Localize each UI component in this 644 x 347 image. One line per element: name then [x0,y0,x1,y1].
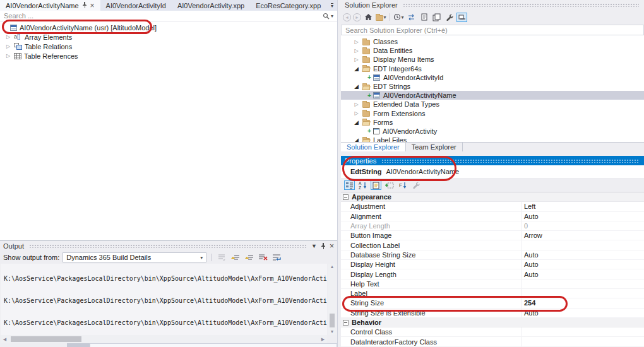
expander-icon[interactable]: ▷ [354,110,359,116]
bottom-tab-partial[interactable] [90,343,337,347]
output-source-dropdown[interactable]: Dynamics 365 Build Details ▾ [63,252,206,262]
tab-overflow-icon[interactable]: ▾ [331,3,333,8]
expander-icon[interactable]: ◢ [354,83,359,90]
output-vertical-scrollbar[interactable]: ▲ ▼ [328,264,337,335]
categorized-view-button[interactable] [344,180,355,190]
expander-icon[interactable]: ▷ [5,34,11,40]
scroll-right-arrow[interactable]: ▶ [319,337,327,342]
tab-solution-explorer[interactable]: Solution Explorer [341,143,406,151]
property-row-adjustment[interactable]: Adjustment Left [341,202,644,211]
bottom-tab-partial[interactable] [67,343,90,347]
scrollbar-thumb[interactable] [330,314,335,327]
window-position-caret-icon[interactable]: ▼ [311,243,317,249]
tree-item-table-relations[interactable]: ▷ Table Relations [0,42,337,51]
output-console[interactable]: K:\AosService\PackagesLocalDirectory\bin… [1,264,327,335]
tree-item-forms[interactable]: ◢ Forms [341,118,644,127]
property-row-help-text[interactable]: Help Text [341,279,644,289]
tab-ecorescategory-xpp[interactable]: EcoResCategory.xpp [250,0,326,11]
back-button[interactable]: ◄ [343,13,351,21]
tree-item-edt-integer64s[interactable]: ◢ EDT Integer64s [341,64,644,73]
property-row-string-size-is-extensible[interactable]: String Size Is Extensible Auto [341,309,644,318]
output-horizontal-scrollbar[interactable]: ◀ ▶ [1,335,327,343]
expander-icon[interactable]: ◢ [354,119,359,126]
go-to-previous-message-button[interactable] [230,253,241,262]
scrollbar-thumb[interactable] [11,336,81,342]
clear-all-button[interactable] [258,253,268,262]
tree-item-table-references[interactable]: ▷ Table References [0,51,337,61]
tree-root-edt[interactable]: AI0VendorActivityName (usr) [AltitudoMod… [0,23,337,32]
tree-item-array-elements[interactable]: ▷ a[] Array Elements [0,32,337,42]
array-elements-icon: a[] [14,33,22,40]
search-options-caret[interactable]: ▾ [331,13,333,19]
toggle-word-wrap-button[interactable] [271,253,282,262]
collapse-section-icon[interactable] [343,194,349,200]
tab-team-explorer[interactable]: Team Explorer [406,143,463,151]
property-row-button-image[interactable]: Button Image Arrow [341,231,644,240]
collapse-section-icon[interactable] [343,320,349,326]
tree-item-data-entities[interactable]: ▷ Data Entities [341,46,644,55]
solution-explorer-search-input[interactable]: Search Solution Explorer (Ctrl+è) [341,25,644,35]
properties-panel-header: Properties [341,156,644,165]
properties-wrench-button[interactable] [444,13,455,22]
expander-icon[interactable]: ▷ [354,57,359,62]
show-output-from-label: Show output from: [3,254,59,261]
scroll-left-arrow[interactable]: ◀ [1,337,9,342]
go-to-next-message-button[interactable] [244,253,254,262]
property-row-collection-label[interactable]: Collection Label [341,240,644,250]
property-row-label[interactable]: Label [341,289,644,298]
tree-item-edt-strings[interactable]: ◢ EDT Strings [341,82,644,91]
copy-documents-button[interactable] [431,13,442,22]
property-row-database-string-size[interactable]: Database String Size Auto [341,250,644,260]
show-all-files-button[interactable] [419,13,429,22]
tree-item-ai0vendoractivityid[interactable]: + AI0VendorActivityId [341,73,644,82]
scroll-down-arrow[interactable]: ▼ [330,329,335,335]
properties-object-dropdown[interactable]: EdtString AI0VendorActivityName [341,165,644,179]
expander-icon[interactable]: ▷ [5,44,11,49]
sort-by-f-button[interactable]: F [397,180,408,190]
tree-item-label: Label Files [373,136,407,142]
section-appearance[interactable]: Appearance [341,192,644,202]
expander-icon[interactable]: ▷ [5,53,11,59]
tree-item-label-files[interactable]: ◢ Label Files [341,136,644,142]
tree-item-ai0vendoractivity-form[interactable]: + AI0VendorActivity [341,127,644,136]
pin-icon[interactable] [82,2,87,9]
expander-icon[interactable]: ◢ [354,66,359,72]
search-icon[interactable]: ▾ [323,13,333,20]
expand-properties-button[interactable] [384,180,395,190]
expander-icon[interactable]: ▷ [354,39,359,45]
tree-item-display-menu-items[interactable]: ▷ Display Menu Items [341,55,644,64]
property-row-control-class[interactable]: Control Class [341,327,644,337]
editor-search-input[interactable]: Search ... ▾ [0,11,337,21]
forward-button[interactable]: ► [353,13,361,21]
property-row-display-length[interactable]: Display Length Auto [341,269,644,279]
tree-item-extended-data-types[interactable]: ▷ Extended Data Types [341,100,644,109]
close-icon[interactable]: × [90,3,95,9]
tree-item-classes[interactable]: ▷ Classes [341,37,644,46]
home-button[interactable] [363,13,374,22]
tree-item-label: Data Entities [373,47,412,54]
close-icon[interactable]: × [330,242,334,250]
preview-selected-items-toggle[interactable] [456,13,467,22]
tab-ai0vendoractivityname[interactable]: AI0VendorActivityName × [0,0,100,11]
property-row-datainteractorfactory-class[interactable]: DataInteractorFactory Class [341,337,644,346]
expander-icon[interactable]: ◢ [354,137,359,142]
tab-ai0vendoractivity-xpp[interactable]: AI0VendorActivity.xpp [172,0,250,11]
scroll-up-arrow[interactable]: ▲ [330,264,335,270]
expander-icon[interactable]: ▷ [354,102,359,107]
tree-item-ai0vendoractivityname-selected[interactable]: + AI0VendorActivityName [341,91,644,100]
expander-icon[interactable]: ▷ [354,48,359,54]
property-row-alignment[interactable]: Alignment Auto [341,212,644,221]
property-row-string-size[interactable]: String Size 254 [341,298,644,308]
tab-ai0vendoractivityid[interactable]: AI0VendorActivityId [100,0,172,11]
section-behavior[interactable]: Behavior [341,318,644,327]
pin-icon[interactable] [321,243,326,250]
sync-with-active-document-button[interactable] [406,13,417,22]
property-row-display-height[interactable]: Display Height Auto [341,260,644,269]
alphabetical-sort-button[interactable]: AZ [357,180,368,190]
property-pages-button[interactable] [371,180,381,190]
pending-changes-filter-button[interactable]: ▾ [393,13,404,22]
switch-views-button[interactable]: ▾ [376,13,386,22]
tree-item-form-extensions[interactable]: ▷ Form Extensions [341,109,644,118]
property-row-array-length[interactable]: Array Length 0 [341,221,644,231]
tree-item-label: AI0VendorActivityName [383,91,456,99]
